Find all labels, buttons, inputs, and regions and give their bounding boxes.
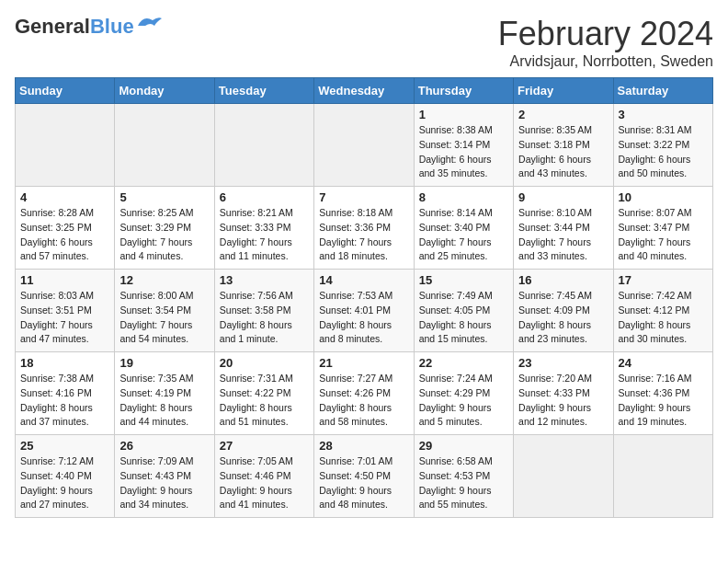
calendar-cell: 29Sunrise: 6:58 AMSunset: 4:53 PMDayligh… — [414, 435, 513, 518]
day-number: 28 — [319, 439, 408, 453]
week-row-1: 1Sunrise: 8:38 AMSunset: 3:14 PMDaylight… — [16, 104, 713, 187]
calendar-cell: 18Sunrise: 7:38 AMSunset: 4:16 PMDayligh… — [16, 352, 115, 435]
day-number: 25 — [20, 439, 109, 453]
calendar-cell: 26Sunrise: 7:09 AMSunset: 4:43 PMDayligh… — [115, 435, 214, 518]
day-number: 1 — [419, 108, 508, 121]
day-number: 8 — [419, 190, 508, 204]
calendar-cell: 1Sunrise: 8:38 AMSunset: 3:14 PMDaylight… — [414, 104, 513, 187]
calendar-cell: 5Sunrise: 8:25 AMSunset: 3:29 PMDaylight… — [115, 187, 214, 270]
page-header: GeneralBlue February 2024 Arvidsjaur, No… — [15, 15, 713, 70]
day-info: Sunrise: 8:07 AMSunset: 3:47 PMDaylight:… — [619, 206, 708, 264]
day-number: 15 — [419, 273, 508, 287]
day-number: 14 — [319, 273, 408, 287]
day-info: Sunrise: 6:58 AMSunset: 4:53 PMDaylight:… — [419, 454, 508, 512]
calendar-cell: 19Sunrise: 7:35 AMSunset: 4:19 PMDayligh… — [115, 352, 214, 435]
day-info: Sunrise: 8:14 AMSunset: 3:40 PMDaylight:… — [419, 206, 508, 264]
logo-bird-icon — [136, 13, 164, 33]
calendar-cell: 9Sunrise: 8:10 AMSunset: 3:44 PMDaylight… — [514, 187, 613, 270]
header-cell-sunday: Sunday — [16, 78, 115, 104]
day-info: Sunrise: 7:56 AMSunset: 3:58 PMDaylight:… — [220, 289, 309, 347]
calendar-cell: 22Sunrise: 7:24 AMSunset: 4:29 PMDayligh… — [414, 352, 513, 435]
day-number: 16 — [518, 273, 608, 287]
calendar-cell: 24Sunrise: 7:16 AMSunset: 4:36 PMDayligh… — [613, 352, 712, 435]
day-info: Sunrise: 7:01 AMSunset: 4:50 PMDaylight:… — [319, 454, 408, 512]
calendar-cell: 13Sunrise: 7:56 AMSunset: 3:58 PMDayligh… — [214, 270, 313, 352]
calendar-cell: 21Sunrise: 7:27 AMSunset: 4:26 PMDayligh… — [314, 352, 414, 435]
day-number: 2 — [518, 108, 608, 121]
day-number: 10 — [619, 190, 708, 204]
day-number: 3 — [619, 108, 708, 121]
day-info: Sunrise: 7:49 AMSunset: 4:05 PMDaylight:… — [419, 289, 508, 347]
day-number: 21 — [319, 356, 408, 370]
calendar-cell — [314, 104, 414, 187]
calendar-cell: 20Sunrise: 7:31 AMSunset: 4:22 PMDayligh… — [214, 352, 313, 435]
day-info: Sunrise: 8:31 AMSunset: 3:22 PMDaylight:… — [619, 123, 708, 181]
header-row: SundayMondayTuesdayWednesdayThursdayFrid… — [16, 78, 713, 104]
day-info: Sunrise: 8:35 AMSunset: 3:18 PMDaylight:… — [518, 123, 608, 181]
week-row-3: 11Sunrise: 8:03 AMSunset: 3:51 PMDayligh… — [16, 270, 713, 352]
day-info: Sunrise: 8:03 AMSunset: 3:51 PMDaylight:… — [20, 289, 109, 347]
calendar-cell: 27Sunrise: 7:05 AMSunset: 4:46 PMDayligh… — [214, 435, 313, 518]
title-block: February 2024 Arvidsjaur, Norrbotten, Sw… — [498, 15, 713, 70]
calendar-cell: 16Sunrise: 7:45 AMSunset: 4:09 PMDayligh… — [514, 270, 613, 352]
week-row-4: 18Sunrise: 7:38 AMSunset: 4:16 PMDayligh… — [16, 352, 713, 435]
calendar-cell: 23Sunrise: 7:20 AMSunset: 4:33 PMDayligh… — [514, 352, 613, 435]
week-row-5: 25Sunrise: 7:12 AMSunset: 4:40 PMDayligh… — [16, 435, 713, 518]
day-info: Sunrise: 8:21 AMSunset: 3:33 PMDaylight:… — [220, 206, 309, 264]
day-info: Sunrise: 7:09 AMSunset: 4:43 PMDaylight:… — [119, 454, 209, 512]
header-cell-saturday: Saturday — [613, 78, 712, 104]
day-info: Sunrise: 7:16 AMSunset: 4:36 PMDaylight:… — [619, 372, 708, 430]
day-number: 17 — [619, 273, 708, 287]
day-number: 26 — [119, 439, 209, 453]
calendar-cell: 17Sunrise: 7:42 AMSunset: 4:12 PMDayligh… — [613, 270, 712, 352]
calendar-cell: 4Sunrise: 8:28 AMSunset: 3:25 PMDaylight… — [16, 187, 115, 270]
calendar-cell: 25Sunrise: 7:12 AMSunset: 4:40 PMDayligh… — [16, 435, 115, 518]
day-number: 4 — [20, 190, 109, 204]
day-number: 19 — [119, 356, 209, 370]
day-info: Sunrise: 8:10 AMSunset: 3:44 PMDaylight:… — [518, 206, 608, 264]
calendar-cell: 11Sunrise: 8:03 AMSunset: 3:51 PMDayligh… — [16, 270, 115, 352]
calendar-cell: 3Sunrise: 8:31 AMSunset: 3:22 PMDaylight… — [613, 104, 712, 187]
day-info: Sunrise: 7:42 AMSunset: 4:12 PMDaylight:… — [619, 289, 708, 347]
day-info: Sunrise: 7:53 AMSunset: 4:01 PMDaylight:… — [319, 289, 408, 347]
day-info: Sunrise: 7:35 AMSunset: 4:19 PMDaylight:… — [119, 372, 209, 430]
week-row-2: 4Sunrise: 8:28 AMSunset: 3:25 PMDaylight… — [16, 187, 713, 270]
calendar-cell — [514, 435, 613, 518]
day-number: 29 — [419, 439, 508, 453]
day-number: 23 — [518, 356, 608, 370]
logo-text: GeneralBlue — [15, 15, 134, 39]
header-cell-wednesday: Wednesday — [314, 78, 414, 104]
header-cell-tuesday: Tuesday — [214, 78, 313, 104]
calendar-cell: 12Sunrise: 8:00 AMSunset: 3:54 PMDayligh… — [115, 270, 214, 352]
day-info: Sunrise: 7:45 AMSunset: 4:09 PMDaylight:… — [518, 289, 608, 347]
calendar-table: SundayMondayTuesdayWednesdayThursdayFrid… — [15, 77, 713, 518]
day-info: Sunrise: 7:24 AMSunset: 4:29 PMDaylight:… — [419, 372, 508, 430]
day-info: Sunrise: 7:38 AMSunset: 4:16 PMDaylight:… — [20, 372, 109, 430]
day-info: Sunrise: 7:31 AMSunset: 4:22 PMDaylight:… — [220, 372, 309, 430]
day-number: 9 — [518, 190, 608, 204]
location-title: Arvidsjaur, Norrbotten, Sweden — [498, 53, 713, 70]
day-info: Sunrise: 8:18 AMSunset: 3:36 PMDaylight:… — [319, 206, 408, 264]
header-cell-monday: Monday — [115, 78, 214, 104]
day-info: Sunrise: 8:25 AMSunset: 3:29 PMDaylight:… — [119, 206, 209, 264]
day-number: 20 — [220, 356, 309, 370]
calendar-cell: 7Sunrise: 8:18 AMSunset: 3:36 PMDaylight… — [314, 187, 414, 270]
calendar-cell — [16, 104, 115, 187]
day-info: Sunrise: 7:20 AMSunset: 4:33 PMDaylight:… — [518, 372, 608, 430]
day-info: Sunrise: 8:38 AMSunset: 3:14 PMDaylight:… — [419, 123, 508, 181]
calendar-cell: 14Sunrise: 7:53 AMSunset: 4:01 PMDayligh… — [314, 270, 414, 352]
day-number: 18 — [20, 356, 109, 370]
day-number: 22 — [419, 356, 508, 370]
day-number: 7 — [319, 190, 408, 204]
day-info: Sunrise: 7:05 AMSunset: 4:46 PMDaylight:… — [220, 454, 309, 512]
day-number: 27 — [220, 439, 309, 453]
header-cell-thursday: Thursday — [414, 78, 513, 104]
day-info: Sunrise: 7:27 AMSunset: 4:26 PMDaylight:… — [319, 372, 408, 430]
calendar-cell: 15Sunrise: 7:49 AMSunset: 4:05 PMDayligh… — [414, 270, 513, 352]
day-info: Sunrise: 7:12 AMSunset: 4:40 PMDaylight:… — [20, 454, 109, 512]
calendar-cell: 2Sunrise: 8:35 AMSunset: 3:18 PMDaylight… — [514, 104, 613, 187]
calendar-cell — [214, 104, 313, 187]
calendar-cell: 10Sunrise: 8:07 AMSunset: 3:47 PMDayligh… — [613, 187, 712, 270]
calendar-cell — [613, 435, 712, 518]
header-cell-friday: Friday — [514, 78, 613, 104]
